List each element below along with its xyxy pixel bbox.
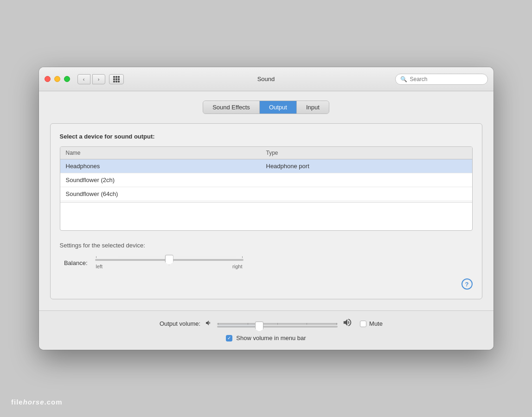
traffic-lights bbox=[45, 76, 70, 82]
balance-slider-track bbox=[95, 259, 244, 261]
volume-track-bar bbox=[217, 326, 338, 328]
nav-buttons: ‹ › bbox=[77, 74, 105, 84]
device-name: Soundflower (64ch) bbox=[66, 190, 266, 197]
mute-area: Mute bbox=[360, 320, 383, 327]
table-header: Name Type bbox=[60, 147, 472, 159]
balance-label: Balance: bbox=[60, 259, 88, 266]
volume-high-icon bbox=[342, 317, 353, 330]
minimize-button[interactable] bbox=[54, 76, 60, 82]
device-type bbox=[266, 177, 467, 183]
back-button[interactable]: ‹ bbox=[77, 74, 90, 84]
svg-rect-8 bbox=[118, 81, 120, 82]
device-name: Headphones bbox=[66, 163, 266, 170]
main-window: ‹ › Sound 🔍 Sound Eff bbox=[39, 67, 494, 350]
volume-slider[interactable] bbox=[217, 322, 338, 329]
table-row[interactable]: Headphones Headphone port bbox=[60, 159, 472, 173]
tab-output[interactable]: Output bbox=[260, 101, 297, 114]
help-button[interactable]: ? bbox=[461, 278, 473, 290]
balance-right-label: right bbox=[232, 264, 242, 269]
balance-left-label: left bbox=[96, 264, 103, 269]
tab-sound-effects[interactable]: Sound Effects bbox=[203, 101, 260, 114]
device-type bbox=[266, 190, 467, 197]
svg-rect-7 bbox=[115, 81, 117, 82]
menu-bar-row: ✓ Show volume in menu bar bbox=[50, 335, 482, 341]
forward-button[interactable]: › bbox=[92, 74, 105, 84]
svg-rect-6 bbox=[113, 81, 115, 82]
search-icon: 🔍 bbox=[400, 76, 407, 82]
main-content: Sound Effects Output Input Select a devi… bbox=[39, 91, 494, 310]
svg-rect-4 bbox=[115, 78, 117, 80]
volume-thumb bbox=[255, 322, 263, 332]
tab-input[interactable]: Input bbox=[297, 101, 329, 114]
watermark-suffix: .com bbox=[45, 398, 63, 406]
header-type: Type bbox=[266, 150, 467, 156]
output-panel: Select a device for sound output: Name T… bbox=[50, 123, 482, 299]
grid-button[interactable] bbox=[109, 74, 124, 84]
close-button[interactable] bbox=[45, 76, 51, 82]
section-title: Select a device for sound output: bbox=[60, 133, 473, 140]
help-row: ? bbox=[60, 278, 473, 290]
device-type: Headphone port bbox=[266, 163, 467, 170]
device-name: Soundflower (2ch) bbox=[66, 177, 266, 183]
menu-bar-label: Show volume in menu bar bbox=[236, 335, 306, 341]
svg-rect-2 bbox=[118, 76, 120, 78]
mute-checkbox[interactable] bbox=[360, 321, 366, 327]
device-table: Name Type Headphones Headphone port Soun… bbox=[60, 146, 473, 231]
svg-rect-1 bbox=[115, 76, 117, 78]
header-name: Name bbox=[66, 150, 266, 156]
svg-rect-5 bbox=[118, 78, 120, 80]
mute-label: Mute bbox=[369, 320, 383, 327]
balance-row: Balance: left bbox=[60, 256, 473, 269]
window-title: Sound bbox=[257, 76, 275, 82]
volume-slider-track bbox=[217, 323, 338, 325]
settings-section: Settings for the selected device: Balanc… bbox=[60, 242, 473, 269]
titlebar: ‹ › Sound 🔍 bbox=[39, 67, 494, 91]
watermark-text: filehorse bbox=[11, 398, 45, 406]
search-input[interactable] bbox=[410, 76, 483, 82]
table-row[interactable]: Soundflower (64ch) bbox=[60, 187, 472, 201]
table-row-empty bbox=[60, 202, 472, 230]
bottom-bar: Output volume: bbox=[39, 310, 494, 350]
tabs: Sound Effects Output Input bbox=[203, 101, 329, 114]
watermark: filehorse.com bbox=[11, 398, 63, 406]
table-row[interactable]: Soundflower (2ch) bbox=[60, 173, 472, 187]
volume-slider-container bbox=[217, 318, 338, 329]
volume-label: Output volume: bbox=[149, 320, 200, 327]
balance-slider-container: left right bbox=[95, 256, 244, 269]
volume-low-icon bbox=[205, 319, 212, 328]
settings-label: Settings for the selected device: bbox=[60, 242, 473, 249]
search-bar[interactable]: 🔍 bbox=[395, 74, 488, 85]
svg-rect-3 bbox=[113, 78, 115, 80]
maximize-button[interactable] bbox=[64, 76, 70, 82]
menu-bar-checkbox[interactable]: ✓ bbox=[226, 335, 232, 341]
tabs-container: Sound Effects Output Input bbox=[50, 101, 482, 114]
volume-row: Output volume: bbox=[50, 317, 482, 330]
svg-rect-0 bbox=[113, 76, 115, 78]
